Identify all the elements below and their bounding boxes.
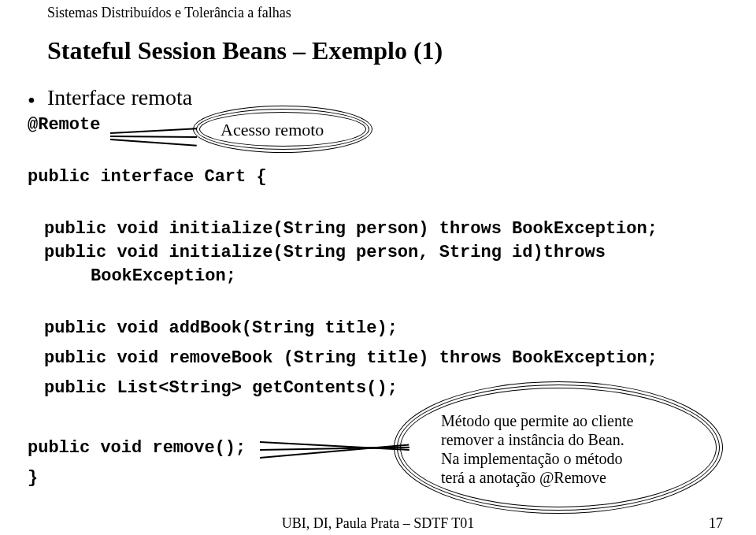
- callout2-line4: terá a anotação @Remove: [441, 469, 606, 486]
- code-init2b: BookException;: [91, 266, 236, 286]
- callout2-line2: remover a instância do Bean.: [441, 431, 624, 448]
- code-removebook: public void removeBook (String title) th…: [44, 348, 658, 368]
- callout-tail: [110, 139, 197, 146]
- footer-text: UBI, DI, Paula Prata – SDTF T01: [0, 515, 756, 532]
- course-header: Sistemas Distribuídos e Tolerância a fal…: [47, 5, 291, 21]
- code-close-brace: }: [28, 468, 38, 488]
- callout2-line1: Método que permite ao cliente: [441, 412, 633, 429]
- code-init2a: public void initialize(String person, St…: [44, 243, 606, 262]
- code-remote-annotation: @Remote: [28, 115, 100, 135]
- bullet-dot: •: [28, 88, 35, 113]
- callout-tail: [110, 136, 197, 137]
- bullet-text: Interface remota: [47, 85, 192, 110]
- code-addbook: public void addBook(String title);: [44, 318, 398, 338]
- callout-text-metodo: Método que permite ao cliente remover a …: [441, 411, 709, 487]
- callout-text-acesso: Acesso remoto: [220, 120, 324, 140]
- code-getcontents: public List<String> getContents();: [44, 378, 398, 398]
- page-number: 17: [709, 515, 723, 532]
- callout2-line3: Na implementação o método: [441, 450, 622, 467]
- code-init1: public void initialize(String person) th…: [44, 219, 658, 239]
- code-interface-decl: public interface Cart {: [28, 167, 267, 187]
- slide-title: Stateful Session Beans – Exemplo (1): [47, 36, 443, 65]
- callout-tail: [110, 128, 197, 133]
- code-remove: public void remove();: [28, 438, 246, 458]
